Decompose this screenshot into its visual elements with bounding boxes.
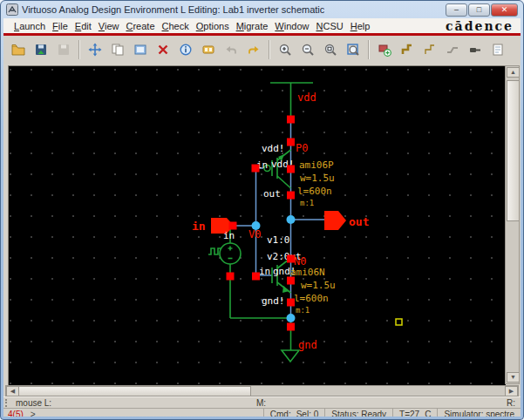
vsource-name-label[interactable]: V0 bbox=[248, 228, 261, 240]
pmos-model[interactable]: ami06P bbox=[299, 159, 334, 171]
vertical-scroll-thumb[interactable] bbox=[507, 80, 520, 221]
vpulse-source[interactable] bbox=[208, 243, 241, 264]
create-instance-icon[interactable] bbox=[373, 38, 396, 61]
pmos-mult[interactable]: m:1 bbox=[300, 199, 314, 207]
horizontal-scrollbar[interactable]: ◀ ▶ bbox=[5, 385, 519, 396]
move-icon[interactable] bbox=[84, 38, 106, 61]
command-prompt[interactable]: > bbox=[31, 410, 36, 417]
pmos-length[interactable]: l=600n bbox=[297, 186, 332, 197]
out-port-label[interactable]: out bbox=[349, 215, 369, 228]
delete-icon[interactable] bbox=[152, 38, 174, 61]
redo-icon[interactable] bbox=[242, 38, 265, 61]
scroll-right-arrow[interactable]: ▶ bbox=[505, 386, 518, 396]
in-wire-net[interactable]: in bbox=[223, 230, 235, 241]
tool-bar bbox=[3, 36, 521, 64]
save-disabled-icon bbox=[52, 38, 75, 61]
pmos-source-net[interactable]: vdd! bbox=[262, 143, 285, 154]
pmos-name-label[interactable]: P0 bbox=[296, 142, 308, 154]
menu-window[interactable]: Window bbox=[275, 21, 309, 31]
zoom-to-grid-icon[interactable] bbox=[342, 38, 364, 61]
pmos-drain-net[interactable]: out bbox=[263, 188, 281, 200]
status-text: Status: Ready bbox=[331, 410, 386, 417]
menu-ncsu[interactable]: NCSU bbox=[316, 21, 343, 31]
app-body: Launch File Edit View Create Check Optio… bbox=[3, 18, 521, 417]
window-title: Virtuoso Analog Design Environment L Edi… bbox=[22, 4, 324, 15]
menu-bar: Launch File Edit View Create Check Optio… bbox=[3, 18, 521, 33]
history-counter: 4(5) bbox=[8, 410, 24, 417]
cmd-sel-segment: Cmd: Sel: 0 bbox=[263, 409, 324, 417]
resize-grip bbox=[5, 399, 12, 407]
vertical-scrollbar[interactable]: ▲ ▼ bbox=[505, 65, 520, 384]
stretch-icon[interactable] bbox=[129, 38, 152, 61]
nmos-length[interactable]: l=600n bbox=[294, 293, 329, 304]
mouse-bindings-bar: mouse L: M: R: bbox=[3, 396, 521, 409]
mouse-middle-binding: M: bbox=[256, 398, 266, 408]
create-note-icon[interactable] bbox=[487, 38, 509, 61]
save-icon[interactable] bbox=[30, 38, 52, 61]
toolbar-separator bbox=[78, 40, 80, 59]
vsource-v2[interactable]: v2:0ut bbox=[267, 251, 302, 262]
app-icon bbox=[6, 3, 18, 16]
copy-icon[interactable] bbox=[106, 38, 129, 61]
command-bar: 4(5) > Cmd: Sel: 0 Status: Ready T=27 C … bbox=[3, 408, 521, 417]
create-bus-icon[interactable] bbox=[441, 38, 464, 61]
temperature-unit: C bbox=[425, 410, 431, 417]
virtuoso-window: Virtuoso Analog Design Environment L Edi… bbox=[0, 0, 524, 420]
horizontal-scroll-thumb[interactable] bbox=[18, 386, 251, 396]
output-pin-arrow[interactable] bbox=[324, 211, 346, 230]
scroll-left-arrow[interactable]: ◀ bbox=[6, 386, 19, 396]
menu-help[interactable]: Help bbox=[350, 21, 371, 31]
menu-launch[interactable]: Launch bbox=[14, 21, 45, 31]
scroll-up-arrow[interactable]: ▲ bbox=[507, 67, 520, 78]
create-narrow-wire-icon[interactable] bbox=[419, 38, 441, 61]
open-icon[interactable] bbox=[7, 38, 30, 61]
create-pin-icon[interactable] bbox=[464, 38, 487, 61]
cmd-label: Cmd: bbox=[270, 410, 291, 417]
scroll-down-arrow[interactable]: ▼ bbox=[507, 372, 520, 383]
properties-icon[interactable] bbox=[174, 38, 197, 61]
create-wide-wire-icon[interactable] bbox=[396, 38, 419, 61]
schematic-canvas[interactable]: vdd bbox=[8, 65, 506, 385]
search-icon[interactable] bbox=[197, 38, 220, 61]
title-bar: Virtuoso Analog Design Environment L Edi… bbox=[1, 1, 523, 18]
temperature-segment: T=27 C bbox=[392, 409, 437, 417]
mouse-right-binding: R: bbox=[507, 398, 515, 408]
minimize-button[interactable]: – bbox=[446, 3, 467, 17]
gnd-symbol[interactable] bbox=[282, 350, 299, 362]
toolbar-separator bbox=[368, 40, 370, 59]
temperature-value: T=27 bbox=[399, 410, 419, 417]
vsource-v1[interactable]: v1:0 bbox=[267, 234, 290, 246]
nmos-width[interactable]: w=1.5u bbox=[301, 280, 336, 291]
sel-count: Sel: 0 bbox=[296, 410, 319, 417]
vdd-net-label[interactable]: vdd bbox=[297, 91, 316, 104]
zoom-in-icon[interactable] bbox=[274, 38, 296, 61]
zoom-to-fit-icon[interactable] bbox=[319, 38, 342, 61]
cadence-logo: cādence bbox=[446, 19, 514, 33]
nmos-gate-net[interactable]: in bbox=[259, 266, 270, 277]
nmos-model[interactable]: ami06N bbox=[290, 267, 325, 278]
status-segment: Status: Ready bbox=[324, 409, 392, 417]
menu-options[interactable]: Options bbox=[196, 21, 229, 31]
maximize-button[interactable]: □ bbox=[468, 3, 490, 17]
origin-marker bbox=[396, 319, 402, 325]
menu-file[interactable]: File bbox=[52, 21, 68, 31]
simulator-name: Simulator: spectre bbox=[444, 410, 514, 417]
gnd-net-label[interactable]: gnd bbox=[298, 339, 317, 351]
nmos-mult[interactable]: m:1 bbox=[296, 306, 310, 315]
toolbar-separator bbox=[269, 40, 270, 59]
in-port-label[interactable]: in bbox=[192, 220, 206, 233]
menu-create[interactable]: Create bbox=[126, 21, 154, 31]
close-button[interactable]: ✕ bbox=[491, 3, 518, 17]
menu-edit[interactable]: Edit bbox=[75, 21, 92, 31]
nmos-source-net[interactable]: gnd! bbox=[262, 295, 285, 307]
menu-check[interactable]: Check bbox=[162, 21, 189, 31]
menu-migrate[interactable]: Migrate bbox=[236, 21, 269, 31]
mouse-left-binding: mouse L: bbox=[16, 398, 51, 408]
pmos-width[interactable]: w=1.5u bbox=[300, 173, 335, 184]
undo-icon bbox=[220, 38, 242, 61]
zoom-out-icon[interactable] bbox=[296, 38, 319, 61]
menu-view[interactable]: View bbox=[99, 21, 119, 31]
simulator-segment: Simulator: spectre bbox=[437, 409, 521, 417]
